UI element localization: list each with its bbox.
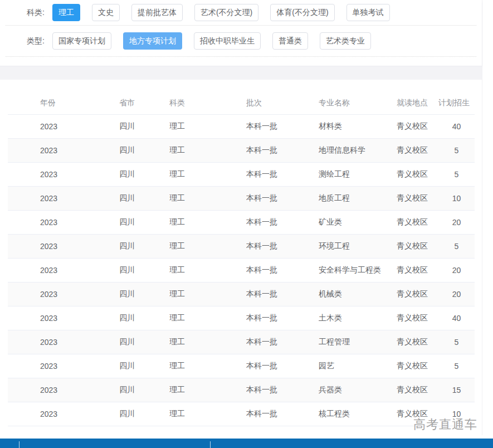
cell-year: 2023 <box>8 402 119 426</box>
cell-quota: 5 <box>438 234 475 258</box>
cell-quota: 10 <box>438 186 475 210</box>
cell-batch: 本科一批 <box>246 162 319 186</box>
cell-major: 安全科学与工程类 <box>319 258 397 282</box>
cell-subject: 理工 <box>169 162 246 186</box>
table-row: 2023四川理工本科一批矿业类青义校区20 <box>8 210 475 234</box>
filter-option-type-2[interactable]: 招收中职毕业生 <box>194 32 261 49</box>
table-row: 2023四川理工本科一批安全科学与工程类青义校区20 <box>8 258 475 282</box>
filter-panel: 科类: 理工文史提前批艺体艺术(不分文理)体育(不分文理)单独考试 类型: 国家… <box>0 0 482 66</box>
cell-subject: 理工 <box>169 234 246 258</box>
cell-major: 矿业类 <box>319 210 397 234</box>
cell-quota: 40 <box>438 306 475 330</box>
filter-option-type-4[interactable]: 艺术类专业 <box>320 32 371 49</box>
cell-major: 核工程类 <box>319 402 397 426</box>
table-row: 2023四川理工本科一批地理信息科学青义校区5 <box>8 138 475 162</box>
footer-divider-tick <box>19 441 19 448</box>
filter-option-subject-3[interactable]: 艺术(不分文理) <box>194 4 258 21</box>
cell-major: 机械类 <box>319 282 397 306</box>
cell-major: 园艺 <box>319 354 397 378</box>
column-header-major: 专业名称 <box>319 92 397 114</box>
footer-bar <box>0 439 493 448</box>
cell-year: 2023 <box>8 378 119 402</box>
cell-major: 材料类 <box>319 114 397 138</box>
cell-major: 地质工程 <box>319 186 397 210</box>
cell-location: 青义校区 <box>397 282 438 306</box>
filter-option-subject-0[interactable]: 理工 <box>52 4 80 21</box>
cell-province: 四川 <box>119 354 169 378</box>
cell-quota: 20 <box>438 210 475 234</box>
cell-province: 四川 <box>119 114 169 138</box>
cell-year: 2023 <box>8 114 119 138</box>
cell-province: 四川 <box>119 234 169 258</box>
plan-table: 年份省市科类批次专业名称就读地点计划招生 2023四川理工本科一批材料类青义校区… <box>8 92 475 426</box>
cell-quota: 5 <box>438 162 475 186</box>
cell-major: 测绘工程 <box>319 162 397 186</box>
filter-options-subject: 理工文史提前批艺体艺术(不分文理)体育(不分文理)单独考试 <box>52 4 402 21</box>
cell-year: 2023 <box>8 330 119 354</box>
cell-quota: 20 <box>438 282 475 306</box>
cell-province: 四川 <box>119 210 169 234</box>
cell-subject: 理工 <box>169 354 246 378</box>
filter-row-type: 类型: 国家专项计划地方专项计划招收中职毕业生普通类艺术类专业 <box>6 26 476 57</box>
table-row: 2023四川理工本科一批园艺青义校区5 <box>8 354 475 378</box>
card-gap <box>0 66 482 80</box>
cell-major: 地理信息科学 <box>319 138 397 162</box>
table-row: 2023四川理工本科一批材料类青义校区40 <box>8 114 475 138</box>
cell-quota: 5 <box>438 330 475 354</box>
column-header-year: 年份 <box>8 92 119 114</box>
column-header-location: 就读地点 <box>397 92 438 114</box>
cell-location: 青义校区 <box>397 258 438 282</box>
plan-table-card: 年份省市科类批次专业名称就读地点计划招生 2023四川理工本科一批材料类青义校区… <box>0 80 482 435</box>
cell-location: 青义校区 <box>397 138 438 162</box>
filter-option-subject-5[interactable]: 单独考试 <box>346 4 390 21</box>
cell-quota: 40 <box>438 114 475 138</box>
filter-option-subject-1[interactable]: 文史 <box>92 4 120 21</box>
cell-location: 青义校区 <box>397 162 438 186</box>
cell-major: 土木类 <box>319 306 397 330</box>
cell-subject: 理工 <box>169 402 246 426</box>
cell-subject: 理工 <box>169 330 246 354</box>
cell-batch: 本科一批 <box>246 114 319 138</box>
table-row: 2023四川理工本科一批地质工程青义校区10 <box>8 186 475 210</box>
filter-option-type-3[interactable]: 普通类 <box>272 32 308 49</box>
cell-location: 青义校区 <box>397 186 438 210</box>
cell-subject: 理工 <box>169 138 246 162</box>
cell-location: 青义校区 <box>397 354 438 378</box>
cell-subject: 理工 <box>169 258 246 282</box>
table-row: 2023四川理工本科一批工程管理青义校区5 <box>8 330 475 354</box>
filter-option-subject-4[interactable]: 体育(不分文理) <box>270 4 334 21</box>
cell-batch: 本科一批 <box>246 306 319 330</box>
filter-option-type-1[interactable]: 地方专项计划 <box>123 32 182 49</box>
cell-quota: 5 <box>438 354 475 378</box>
watermark: 高考直通车 <box>413 416 477 433</box>
column-header-quota: 计划招生 <box>438 92 475 114</box>
cell-subject: 理工 <box>169 210 246 234</box>
cell-location: 青义校区 <box>397 114 438 138</box>
cell-location: 青义校区 <box>397 330 438 354</box>
cell-year: 2023 <box>8 234 119 258</box>
table-row: 2023四川理工本科一批环境工程青义校区5 <box>8 234 475 258</box>
cell-year: 2023 <box>8 282 119 306</box>
cell-year: 2023 <box>8 138 119 162</box>
cell-year: 2023 <box>8 210 119 234</box>
table-row: 2023四川理工本科一批兵器类青义校区15 <box>8 378 475 402</box>
cell-batch: 本科一批 <box>246 282 319 306</box>
table-row: 2023四川理工本科一批测绘工程青义校区5 <box>8 162 475 186</box>
cell-province: 四川 <box>119 402 169 426</box>
footer-divider-tick <box>210 441 211 448</box>
cell-province: 四川 <box>119 282 169 306</box>
cell-location: 青义校区 <box>397 306 438 330</box>
cell-quota: 15 <box>438 378 475 402</box>
filter-option-type-0[interactable]: 国家专项计划 <box>52 32 111 49</box>
table-row: 2023四川理工本科一批机械类青义校区20 <box>8 282 475 306</box>
cell-subject: 理工 <box>169 282 246 306</box>
filter-option-subject-2[interactable]: 提前批艺体 <box>131 4 183 21</box>
cell-batch: 本科一批 <box>246 138 319 162</box>
cell-province: 四川 <box>119 330 169 354</box>
cell-location: 青义校区 <box>397 378 438 402</box>
cell-location: 青义校区 <box>397 210 438 234</box>
cell-province: 四川 <box>119 138 169 162</box>
cell-location: 青义校区 <box>397 234 438 258</box>
cell-subject: 理工 <box>169 186 246 210</box>
cell-batch: 本科一批 <box>246 402 319 426</box>
